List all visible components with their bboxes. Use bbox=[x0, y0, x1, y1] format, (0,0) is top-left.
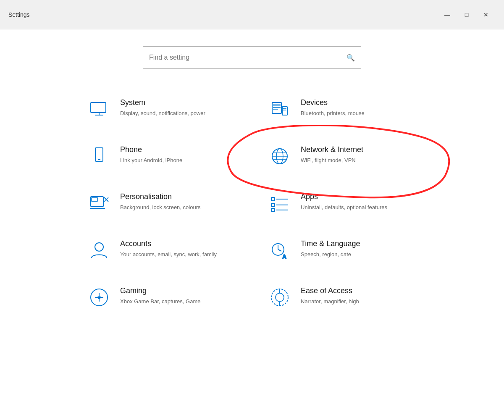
time-text: Time & Language Speech, region, date bbox=[301, 239, 416, 258]
window-controls: — □ ✕ bbox=[438, 8, 496, 21]
network-icon bbox=[269, 145, 291, 167]
svg-point-29 bbox=[95, 243, 103, 251]
network-name: Network & Internet bbox=[301, 145, 416, 154]
phone-desc: Link your Android, iPhone bbox=[120, 157, 235, 164]
ease-desc: Narrator, magnifier, high bbox=[301, 298, 416, 305]
apps-desc: Uninstall, defaults, optional features bbox=[301, 204, 416, 211]
apps-name: Apps bbox=[301, 192, 416, 201]
network-text: Network & Internet WiFi, flight mode, VP… bbox=[301, 145, 416, 164]
settings-item-accounts[interactable]: Accounts Your accounts, email, sync, wor… bbox=[71, 227, 252, 274]
gaming-text: Gaming Xbox Game Bar, captures, Game bbox=[120, 286, 235, 305]
svg-line-32 bbox=[278, 249, 281, 251]
apps-icon bbox=[269, 192, 291, 214]
title-bar: Settings — □ ✕ bbox=[0, 0, 504, 29]
personalisation-text: Personalisation Background, lock screen,… bbox=[120, 192, 235, 211]
phone-icon bbox=[88, 145, 110, 167]
phone-text: Phone Link your Android, iPhone bbox=[120, 145, 235, 164]
personalisation-name: Personalisation bbox=[120, 192, 235, 201]
apps-text: Apps Uninstall, defaults, optional featu… bbox=[301, 192, 416, 211]
settings-grid: System Display, sound, notifications, po… bbox=[71, 86, 433, 321]
settings-item-personalisation[interactable]: Personalisation Background, lock screen,… bbox=[71, 180, 252, 227]
ease-icon bbox=[269, 286, 291, 308]
search-icon: 🔍 bbox=[346, 54, 355, 62]
time-desc: Speech, region, date bbox=[301, 251, 416, 258]
devices-text: Devices Bluetooth, printers, mouse bbox=[301, 98, 416, 117]
svg-rect-22 bbox=[92, 197, 97, 202]
system-icon bbox=[88, 98, 110, 120]
maximize-button[interactable]: □ bbox=[457, 8, 476, 21]
minimize-button[interactable]: — bbox=[438, 8, 457, 21]
personalisation-desc: Background, lock screen, colours bbox=[120, 204, 235, 211]
settings-item-time[interactable]: A Time & Language Speech, region, date bbox=[252, 227, 433, 274]
accounts-icon bbox=[88, 239, 110, 261]
svg-text:A: A bbox=[282, 253, 286, 260]
system-desc: Display, sound, notifications, power bbox=[120, 110, 235, 117]
system-text: System Display, sound, notifications, po… bbox=[120, 98, 235, 117]
close-button[interactable]: ✕ bbox=[476, 8, 496, 21]
search-bar[interactable]: 🔍 bbox=[143, 46, 361, 69]
svg-rect-27 bbox=[271, 208, 275, 212]
devices-desc: Bluetooth, printers, mouse bbox=[301, 110, 416, 117]
personalisation-icon bbox=[88, 192, 110, 214]
settings-item-network[interactable]: Network & Internet WiFi, flight mode, VP… bbox=[252, 133, 433, 180]
gaming-desc: Xbox Game Bar, captures, Game bbox=[120, 298, 235, 305]
ease-name: Ease of Access bbox=[301, 286, 416, 295]
svg-rect-25 bbox=[271, 203, 275, 207]
gaming-name: Gaming bbox=[120, 286, 235, 295]
search-input[interactable] bbox=[149, 54, 346, 61]
accounts-text: Accounts Your accounts, email, sync, wor… bbox=[120, 239, 235, 258]
gaming-icon bbox=[88, 286, 110, 308]
main-wrapper: 🔍 System Display, sound, notifications, … bbox=[0, 29, 504, 420]
app-title: Settings bbox=[8, 11, 30, 18]
network-desc: WiFi, flight mode, VPN bbox=[301, 157, 416, 164]
svg-rect-0 bbox=[91, 102, 106, 113]
phone-name: Phone bbox=[120, 145, 235, 154]
time-name: Time & Language bbox=[301, 239, 416, 248]
devices-icon bbox=[269, 98, 291, 120]
settings-item-devices[interactable]: Devices Bluetooth, printers, mouse bbox=[252, 86, 433, 133]
settings-item-apps[interactable]: Apps Uninstall, defaults, optional featu… bbox=[252, 180, 433, 227]
ease-text: Ease of Access Narrator, magnifier, high bbox=[301, 286, 416, 305]
devices-name: Devices bbox=[301, 98, 416, 107]
settings-item-gaming[interactable]: Gaming Xbox Game Bar, captures, Game bbox=[71, 274, 252, 321]
main-content: 🔍 System Display, sound, notifications, … bbox=[0, 29, 504, 420]
svg-rect-23 bbox=[271, 197, 275, 201]
svg-point-39 bbox=[276, 293, 284, 302]
accounts-desc: Your accounts, email, sync, work, family bbox=[120, 251, 235, 258]
accounts-name: Accounts bbox=[120, 239, 235, 248]
settings-item-system[interactable]: System Display, sound, notifications, po… bbox=[71, 86, 252, 133]
settings-item-ease[interactable]: Ease of Access Narrator, magnifier, high bbox=[252, 274, 433, 321]
time-icon: A bbox=[269, 239, 291, 261]
system-name: System bbox=[120, 98, 235, 107]
svg-rect-8 bbox=[282, 107, 287, 115]
settings-item-phone[interactable]: Phone Link your Android, iPhone bbox=[71, 133, 252, 180]
